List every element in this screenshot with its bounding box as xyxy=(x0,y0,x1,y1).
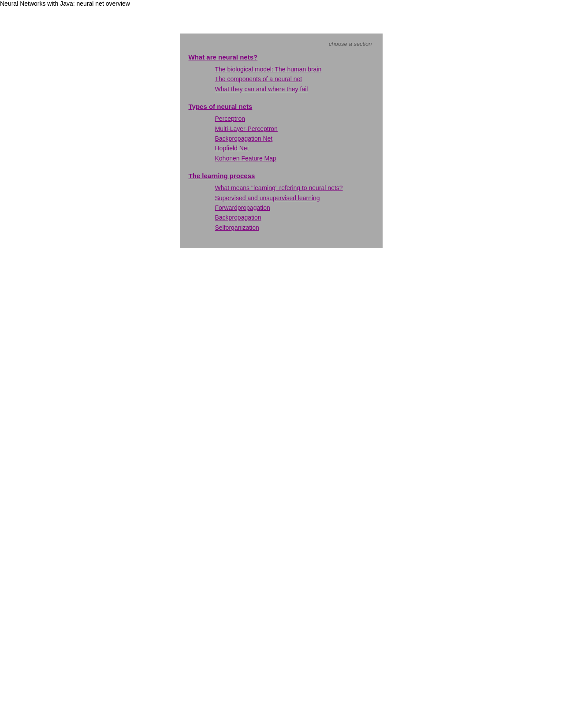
link-what-means-learning[interactable]: What means "learning" refering to neural… xyxy=(215,183,374,193)
link-forwardpropagation[interactable]: Forwardpropagation xyxy=(215,203,374,213)
link-perceptron[interactable]: Perceptron xyxy=(215,114,374,123)
section-learning-process: The learning process What means "learnin… xyxy=(189,170,374,232)
link-backpropagation[interactable]: Backpropagation xyxy=(215,213,374,222)
link-hopfield-net[interactable]: Hopfield Net xyxy=(215,143,374,153)
link-what-they-can[interactable]: What they can and where they fail xyxy=(215,84,374,94)
section-heading-learning-process[interactable]: The learning process xyxy=(189,172,255,179)
nav-box: choose a section What are neural nets? T… xyxy=(180,34,383,248)
link-kohonen-feature-map[interactable]: Kohonen Feature Map xyxy=(215,153,374,163)
section-heading-what-are-neural-nets[interactable]: What are neural nets? xyxy=(189,53,258,61)
link-components-neural-net[interactable]: The components of a neural net xyxy=(215,74,374,84)
sub-links-what-are-neural-nets: The biological model: The human brain Th… xyxy=(189,64,374,94)
link-biological-model[interactable]: The biological model: The human brain xyxy=(215,64,374,74)
main-content: choose a section What are neural nets? T… xyxy=(0,7,562,248)
link-selforganization[interactable]: Selforganization xyxy=(215,223,374,232)
sub-links-types-of-neural-nets: Perceptron Multi-Layer-Perceptron Backpr… xyxy=(189,114,374,163)
sub-links-learning-process: What means "learning" refering to neural… xyxy=(189,183,374,232)
section-what-are-neural-nets: What are neural nets? The biological mod… xyxy=(189,52,374,94)
choose-section-label: choose a section xyxy=(189,38,374,52)
section-heading-types-of-neural-nets[interactable]: Types of neural nets xyxy=(189,103,253,110)
link-backpropagation-net[interactable]: Backpropagation Net xyxy=(215,134,374,143)
link-multi-layer-perceptron[interactable]: Multi-Layer-Perceptron xyxy=(215,124,374,134)
page-title: Neural Networks with Java: neural net ov… xyxy=(0,0,562,7)
link-supervised-unsupervised[interactable]: Supervised and unsupervised learning xyxy=(215,193,374,203)
section-types-of-neural-nets: Types of neural nets Perceptron Multi-La… xyxy=(189,101,374,163)
